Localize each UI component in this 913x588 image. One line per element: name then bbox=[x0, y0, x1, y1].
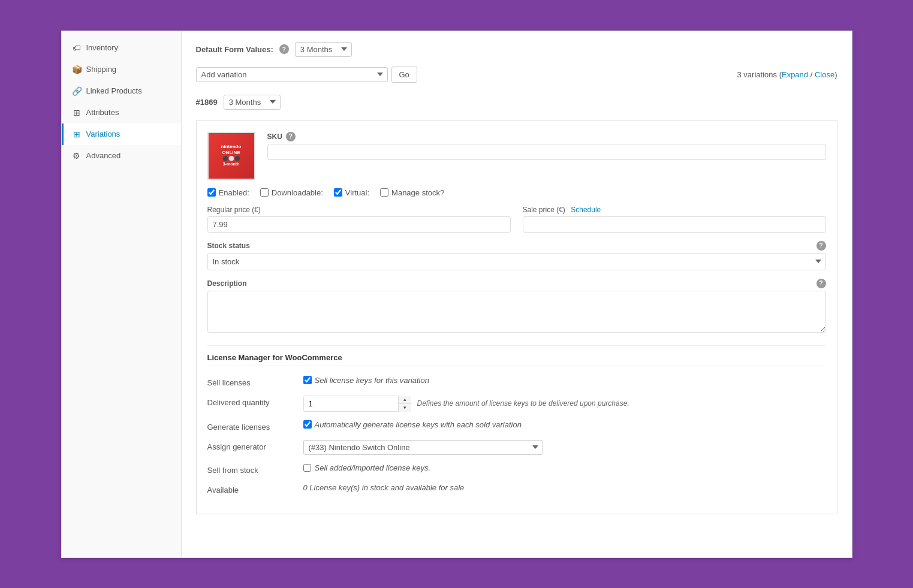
description-textarea[interactable] bbox=[207, 291, 826, 333]
sku-label: SKU bbox=[267, 132, 282, 141]
manage-stock-checkbox[interactable] bbox=[380, 188, 388, 197]
sidebar-item-advanced[interactable]: ⚙ Advanced bbox=[62, 145, 181, 167]
sell-licenses-content: Sell license keys for this variation bbox=[303, 376, 826, 385]
variation-month-select[interactable]: 3 Months 1 Month 6 Months 12 Months bbox=[224, 95, 281, 110]
main-content: Default Form Values: ? 3 Months 1 Month … bbox=[182, 31, 852, 557]
generate-licenses-row: Generate licenses Automatically generate… bbox=[207, 420, 826, 432]
sell-from-stock-checkbox[interactable] bbox=[303, 464, 311, 472]
variation-top: nintendoONLINE⚫⚪⚫3-month SKU ? bbox=[207, 132, 826, 180]
sell-from-stock-content: Sell added/imported license keys. bbox=[303, 463, 826, 472]
schedule-link[interactable]: Schedule bbox=[571, 206, 601, 214]
top-bar-left: Default Form Values: ? 3 Months 1 Month … bbox=[196, 42, 352, 57]
sell-from-stock-row: Sell from stock Sell added/imported lice… bbox=[207, 463, 826, 475]
shipping-icon: 📦 bbox=[72, 65, 82, 74]
assign-generator-content: (#33) Nintendo Switch Online (#1) Defaul… bbox=[303, 440, 826, 455]
sell-licenses-checkbox[interactable] bbox=[303, 376, 312, 384]
delivered-quantity-input[interactable] bbox=[303, 396, 411, 412]
variation-header: #1869 3 Months 1 Month 6 Months 12 Month… bbox=[196, 91, 837, 113]
delivered-quantity-help: Defines the amount of license keys to be… bbox=[417, 399, 629, 408]
sale-price-input[interactable] bbox=[523, 216, 826, 233]
nintendo-logo-text: nintendoONLINE⚫⚪⚫3-month bbox=[221, 144, 242, 167]
delivered-quantity-label: Delivered quantity bbox=[207, 396, 303, 407]
section-divider bbox=[207, 345, 826, 346]
regular-price-col: Regular price (€) bbox=[207, 206, 511, 233]
regular-price-label: Regular price (€) bbox=[207, 206, 511, 214]
attributes-icon: ⊞ bbox=[72, 108, 82, 117]
go-button[interactable]: Go bbox=[391, 67, 417, 83]
sell-from-stock-label: Sell from stock bbox=[207, 463, 303, 475]
variations-count: 3 variations (Expand / Close) bbox=[737, 70, 837, 79]
stock-header: Stock status ? bbox=[207, 241, 826, 251]
assign-generator-label: Assign generator bbox=[207, 440, 303, 451]
sell-from-stock-checkbox-item[interactable]: Sell added/imported license keys. bbox=[303, 463, 431, 472]
stock-status-info-icon: ? bbox=[816, 241, 826, 251]
sidebar-item-variations[interactable]: ⊞ Variations bbox=[62, 123, 181, 145]
delivered-quantity-content: ▴ ▾ Defines the amount of license keys t… bbox=[303, 396, 826, 412]
sale-price-label: Sale price (€) Schedule bbox=[523, 206, 826, 214]
qty-increment-button[interactable]: ▴ bbox=[399, 396, 411, 404]
description-row: Description ? bbox=[207, 279, 826, 334]
sku-section: SKU ? bbox=[267, 132, 826, 180]
variations-icon: ⊞ bbox=[72, 129, 82, 139]
add-variation-bar: Add variation Create variations from all… bbox=[196, 67, 837, 83]
sell-licenses-row: Sell licenses Sell license keys for this… bbox=[207, 376, 826, 387]
default-form-select[interactable]: 3 Months 1 Month 6 Months 12 Months bbox=[295, 42, 352, 57]
license-manager-title: License Manager for WooCommerce bbox=[207, 353, 826, 366]
variation-body: nintendoONLINE⚫⚪⚫3-month SKU ? Enabled: bbox=[196, 120, 837, 514]
sidebar-item-shipping[interactable]: 📦 Shipping bbox=[62, 59, 181, 80]
sidebar-item-linked-products[interactable]: 🔗 Linked Products bbox=[62, 80, 181, 102]
available-text: 0 License key(s) in stock and available … bbox=[303, 483, 465, 492]
qty-decrement-button[interactable]: ▾ bbox=[399, 404, 411, 412]
qty-spinner-container: ▴ ▾ bbox=[303, 396, 411, 412]
main-container: 🏷 Inventory 📦 Shipping 🔗 Linked Products… bbox=[61, 31, 852, 558]
product-image-placeholder: nintendoONLINE⚫⚪⚫3-month bbox=[209, 133, 254, 179]
inventory-icon: 🏷 bbox=[72, 43, 82, 53]
description-header: Description ? bbox=[207, 279, 826, 288]
available-content: 0 License key(s) in stock and available … bbox=[303, 483, 826, 492]
add-variation-select[interactable]: Add variation Create variations from all… bbox=[196, 67, 388, 82]
price-row: Regular price (€) Sale price (€) Schedul… bbox=[207, 206, 826, 233]
downloadable-checkbox[interactable] bbox=[260, 188, 269, 197]
description-info-icon: ? bbox=[816, 279, 826, 288]
top-bar: Default Form Values: ? 3 Months 1 Month … bbox=[196, 42, 837, 57]
stock-status-label: Stock status bbox=[207, 242, 250, 250]
checkboxes-row: Enabled: Downloadable: Virtual: Manage s… bbox=[207, 188, 826, 197]
sell-licenses-checkbox-label: Sell license keys for this variation bbox=[315, 376, 429, 385]
generate-licenses-checkbox-item[interactable]: Automatically generate license keys with… bbox=[303, 420, 522, 429]
expand-link[interactable]: Expand bbox=[782, 70, 808, 79]
close-link[interactable]: Close bbox=[815, 70, 834, 79]
manage-stock-checkbox-item[interactable]: Manage stock? bbox=[380, 188, 444, 197]
generate-licenses-checkbox-label: Automatically generate license keys with… bbox=[315, 420, 522, 429]
virtual-checkbox[interactable] bbox=[334, 188, 342, 197]
delivered-quantity-row: Delivered quantity ▴ ▾ Defines the amoun… bbox=[207, 396, 826, 412]
advanced-icon: ⚙ bbox=[72, 151, 82, 161]
sell-licenses-label: Sell licenses bbox=[207, 376, 303, 387]
variation-id: #1869 bbox=[196, 98, 218, 107]
regular-price-input[interactable] bbox=[207, 216, 511, 233]
stock-status-select[interactable]: In stock Out of stock On backorder bbox=[207, 253, 826, 270]
sale-price-col: Sale price (€) Schedule bbox=[523, 206, 826, 233]
default-form-label: Default Form Values: bbox=[196, 45, 273, 54]
downloadable-checkbox-item[interactable]: Downloadable: bbox=[260, 188, 323, 197]
assign-generator-select[interactable]: (#33) Nintendo Switch Online (#1) Defaul… bbox=[303, 440, 543, 455]
product-image-box[interactable]: nintendoONLINE⚫⚪⚫3-month bbox=[207, 132, 255, 180]
sku-input[interactable] bbox=[267, 144, 826, 160]
sell-from-stock-checkbox-label: Sell added/imported license keys. bbox=[315, 463, 431, 472]
default-form-info-icon: ? bbox=[279, 44, 289, 54]
sidebar-item-attributes[interactable]: ⊞ Attributes bbox=[62, 102, 181, 123]
generate-licenses-checkbox[interactable] bbox=[303, 420, 312, 429]
enabled-checkbox[interactable] bbox=[207, 188, 216, 197]
stock-row: Stock status ? In stock Out of stock On … bbox=[207, 241, 826, 270]
sidebar: 🏷 Inventory 📦 Shipping 🔗 Linked Products… bbox=[62, 31, 182, 557]
license-manager-section: License Manager for WooCommerce Sell lic… bbox=[207, 353, 826, 494]
available-label: Available bbox=[207, 483, 303, 494]
spinner-buttons: ▴ ▾ bbox=[398, 396, 411, 412]
sell-licenses-checkbox-item[interactable]: Sell license keys for this variation bbox=[303, 376, 429, 385]
sidebar-item-inventory[interactable]: 🏷 Inventory bbox=[62, 37, 181, 59]
sku-label-row: SKU ? bbox=[267, 132, 826, 141]
link-icon: 🔗 bbox=[72, 86, 82, 96]
generate-licenses-label: Generate licenses bbox=[207, 420, 303, 432]
enabled-checkbox-item[interactable]: Enabled: bbox=[207, 188, 249, 197]
sku-info-icon: ? bbox=[286, 132, 296, 141]
virtual-checkbox-item[interactable]: Virtual: bbox=[334, 188, 369, 197]
